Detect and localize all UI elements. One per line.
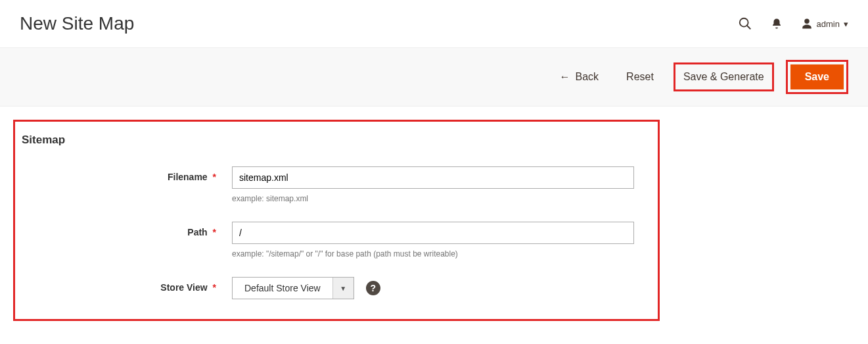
header-actions: admin ▾ — [738, 16, 848, 31]
action-bar: ← Back Reset Save & Generate Save — [0, 47, 868, 107]
back-label: Back — [576, 71, 599, 83]
chevron-down-icon: ▼ — [332, 278, 354, 299]
notifications-icon[interactable] — [771, 18, 783, 30]
highlight-box-save: Save — [786, 60, 848, 94]
path-label: Path — [187, 227, 207, 237]
filename-help: example: sitemap.xml — [232, 194, 645, 203]
store-view-field-cell: Default Store View ▼ ? — [232, 277, 645, 299]
arrow-left-icon: ← — [560, 71, 570, 83]
page-header: New Site Map admin ▾ — [0, 0, 868, 47]
required-mark: * — [213, 172, 216, 182]
search-icon[interactable] — [738, 16, 752, 31]
required-mark: * — [213, 282, 216, 293]
path-field-cell: example: "/sitemap/" or "/" for base pat… — [232, 222, 645, 258]
svg-point-0 — [739, 18, 748, 27]
svg-line-1 — [746, 26, 750, 30]
store-view-value: Default Store View — [233, 283, 332, 293]
filename-row: Filename * example: sitemap.xml — [22, 166, 645, 203]
filename-field-cell: example: sitemap.xml — [232, 166, 645, 203]
help-icon[interactable]: ? — [366, 281, 380, 295]
path-help: example: "/sitemap/" or "/" for base pat… — [232, 249, 645, 258]
user-menu[interactable]: admin ▾ — [801, 18, 848, 30]
back-button[interactable]: ← Back — [552, 66, 607, 88]
save-and-generate-button[interactable]: Save & Generate — [678, 67, 769, 87]
chevron-down-icon: ▾ — [844, 19, 848, 29]
section-title: Sitemap — [22, 134, 645, 147]
user-icon — [801, 18, 813, 30]
filename-input[interactable] — [232, 166, 634, 189]
sitemap-form-section: Sitemap Filename * example: sitemap.xml … — [13, 120, 660, 321]
store-view-row: Store View * Default Store View ▼ ? — [22, 277, 645, 299]
reset-button[interactable]: Reset — [618, 66, 662, 88]
highlight-box-save-generate: Save & Generate — [674, 62, 774, 91]
filename-label-cell: Filename * — [22, 166, 232, 182]
store-view-label-cell: Store View * — [22, 277, 232, 293]
path-row: Path * example: "/sitemap/" or "/" for b… — [22, 222, 645, 258]
store-view-label: Store View — [160, 282, 207, 293]
path-input[interactable] — [232, 222, 634, 244]
filename-label: Filename — [168, 172, 208, 182]
page-title: New Site Map — [20, 13, 134, 34]
required-mark: * — [213, 227, 216, 237]
path-label-cell: Path * — [22, 222, 232, 237]
store-view-select[interactable]: Default Store View ▼ — [232, 277, 354, 299]
save-button[interactable]: Save — [790, 64, 844, 89]
user-label: admin — [817, 19, 840, 29]
store-view-select-wrap: Default Store View ▼ ? — [232, 277, 645, 299]
